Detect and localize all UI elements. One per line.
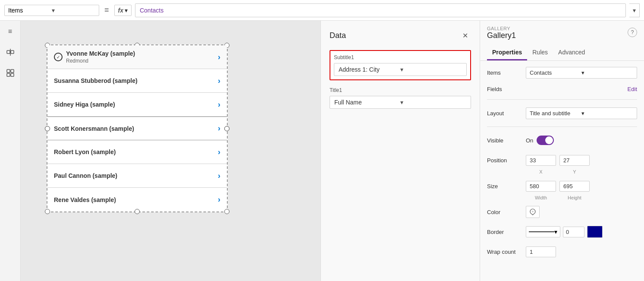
formula-chevron[interactable]: ▾ bbox=[629, 3, 640, 17]
prop-items-row: Items Contacts ▾ bbox=[487, 66, 637, 79]
item-chevron: › bbox=[218, 124, 220, 133]
subtitle1-chevron: ▾ bbox=[400, 66, 462, 73]
gallery-item-selected[interactable]: Scott Konersmann (sample) › bbox=[47, 117, 227, 140]
visible-toggle[interactable] bbox=[537, 136, 554, 145]
item-title: Sidney Higa (sample) bbox=[54, 101, 218, 108]
item-icon: ✓ bbox=[54, 53, 63, 61]
prop-border-row: Border ▾ bbox=[487, 225, 637, 238]
sidebar-icon-menu[interactable]: ≡ bbox=[4, 25, 17, 38]
position-sub-labels: X Y bbox=[526, 169, 590, 174]
fields-edit-link[interactable]: Edit bbox=[526, 86, 637, 92]
prop-fields-row: Fields Edit bbox=[487, 86, 637, 92]
border-control-group: ▾ bbox=[526, 226, 637, 238]
size-sub-labels: Width Height bbox=[526, 195, 590, 200]
svg-rect-1 bbox=[11, 51, 14, 54]
subtitle1-field-group: Subtitle1 Address 1: City ▾ bbox=[330, 50, 471, 80]
equals-sign: = bbox=[103, 6, 111, 15]
layout-select-value: Title and subtitle bbox=[530, 110, 581, 117]
layout-select[interactable]: Title and subtitle ▾ bbox=[526, 107, 637, 119]
wrap-count-input[interactable] bbox=[526, 246, 556, 257]
title1-label: Title1 bbox=[330, 87, 471, 93]
border-style-select[interactable]: ▾ bbox=[526, 226, 560, 237]
size-height-label: Height bbox=[559, 195, 590, 200]
items-select[interactable]: Contacts ▾ bbox=[526, 67, 637, 79]
prop-layout-value: Title and subtitle ▾ bbox=[526, 107, 637, 119]
gallery-item[interactable]: Susanna Stubberod (sample) › bbox=[47, 69, 227, 93]
row-handle-right[interactable] bbox=[224, 126, 229, 131]
subtitle1-select[interactable]: Address 1: City ▾ bbox=[334, 63, 467, 76]
gallery-item[interactable]: Robert Lyon (sample) › bbox=[47, 140, 227, 164]
data-panel-close-button[interactable]: ✕ bbox=[459, 29, 471, 41]
formula-value: Contacts bbox=[140, 7, 163, 14]
gallery-item[interactable]: Paul Cannon (sample) › bbox=[47, 164, 227, 188]
prop-size-label: Size bbox=[487, 183, 526, 189]
size-height-input[interactable] bbox=[559, 181, 590, 192]
title1-field-group: Title1 Full Name ▾ bbox=[330, 87, 471, 109]
gallery-item-content: Rene Valdes (sample) bbox=[54, 196, 218, 203]
prop-position-inputs bbox=[526, 155, 637, 166]
prop-size-row: Size Width Height bbox=[487, 180, 637, 200]
prop-layout-label: Layout bbox=[487, 110, 526, 117]
item-title: Paul Cannon (sample) bbox=[54, 172, 218, 179]
row-handle-left[interactable] bbox=[45, 126, 50, 131]
toggle-container: On bbox=[526, 136, 637, 145]
gallery-item-content: Susanna Stubberod (sample) bbox=[54, 77, 218, 84]
tab-advanced[interactable]: Advanced bbox=[553, 45, 590, 60]
prop-fields-label: Fields bbox=[487, 86, 526, 92]
size-width-label: Width bbox=[526, 195, 556, 200]
prop-gallery-name: Gallery1 bbox=[487, 31, 637, 40]
item-chevron: › bbox=[218, 148, 220, 157]
data-panel: Data ✕ Subtitle1 Address 1: City ▾ Title… bbox=[320, 21, 480, 281]
svg-rect-0 bbox=[7, 51, 10, 54]
subtitle1-label: Subtitle1 bbox=[334, 54, 467, 60]
tab-rules[interactable]: Rules bbox=[527, 45, 553, 60]
border-color-swatch[interactable] bbox=[587, 226, 603, 238]
size-width-input[interactable] bbox=[526, 181, 556, 192]
prop-border-label: Border bbox=[487, 229, 526, 235]
prop-header: GALLERY Gallery1 ? bbox=[480, 21, 644, 45]
prop-visible-row: Visible On bbox=[487, 134, 637, 147]
title1-chevron: ▾ bbox=[400, 99, 466, 106]
fx-chevron: ▾ bbox=[125, 7, 128, 14]
gallery-item-content: Robert Lyon (sample) bbox=[54, 148, 218, 155]
color-picker-button[interactable] bbox=[526, 206, 540, 218]
item-subtitle: Redmond bbox=[66, 58, 218, 64]
prop-visible-value: On bbox=[526, 136, 637, 145]
properties-panel: GALLERY Gallery1 ? Properties Rules Adva… bbox=[480, 21, 644, 281]
prop-layout-row: Layout Title and subtitle ▾ bbox=[487, 107, 637, 120]
title1-value: Full Name bbox=[334, 99, 400, 106]
prop-wrap-value bbox=[526, 246, 637, 257]
border-style-chevron: ▾ bbox=[554, 228, 557, 235]
help-icon[interactable]: ? bbox=[628, 28, 637, 37]
items-dropdown-label: Items bbox=[8, 7, 52, 14]
items-dropdown[interactable]: Items ▾ bbox=[4, 5, 99, 16]
tab-properties[interactable]: Properties bbox=[487, 45, 527, 60]
size-input-group bbox=[526, 181, 637, 192]
svg-rect-4 bbox=[11, 69, 14, 73]
position-input-group bbox=[526, 155, 637, 166]
formula-bar[interactable]: Contacts bbox=[135, 3, 626, 17]
prop-color-row: Color bbox=[487, 205, 637, 218]
sidebar-icon-grid[interactable] bbox=[4, 66, 17, 79]
prop-position-label: Position bbox=[487, 157, 526, 164]
prop-tabs: Properties Rules Advanced bbox=[480, 45, 644, 61]
subtitle1-value: Address 1: City bbox=[339, 66, 400, 73]
gallery-item[interactable]: Rene Valdes (sample) › bbox=[47, 188, 227, 212]
item-chevron: › bbox=[218, 100, 220, 109]
svg-rect-3 bbox=[7, 69, 10, 73]
title1-select[interactable]: Full Name ▾ bbox=[330, 96, 471, 109]
border-width-input[interactable] bbox=[563, 227, 584, 237]
prop-items-value: Contacts ▾ bbox=[526, 67, 637, 79]
gallery-item[interactable]: ✓ Yvonne McKay (sample) Redmond › bbox=[47, 45, 227, 69]
prop-border-controls: ▾ bbox=[526, 226, 637, 238]
top-bar: Items ▾ = fx ▾ Contacts ▾ bbox=[0, 0, 644, 21]
gallery-item-content: Paul Cannon (sample) bbox=[54, 172, 218, 179]
position-x-input[interactable] bbox=[526, 155, 556, 166]
position-y-input[interactable] bbox=[559, 155, 590, 166]
gallery-component[interactable]: ✓ Yvonne McKay (sample) Redmond › Susann… bbox=[47, 44, 228, 212]
gallery-item[interactable]: Sidney Higa (sample) › bbox=[47, 93, 227, 117]
sidebar-icon-add[interactable] bbox=[4, 46, 17, 59]
fx-button[interactable]: fx ▾ bbox=[114, 5, 132, 16]
pos-x-label: X bbox=[526, 169, 556, 174]
border-line-preview bbox=[529, 231, 554, 232]
